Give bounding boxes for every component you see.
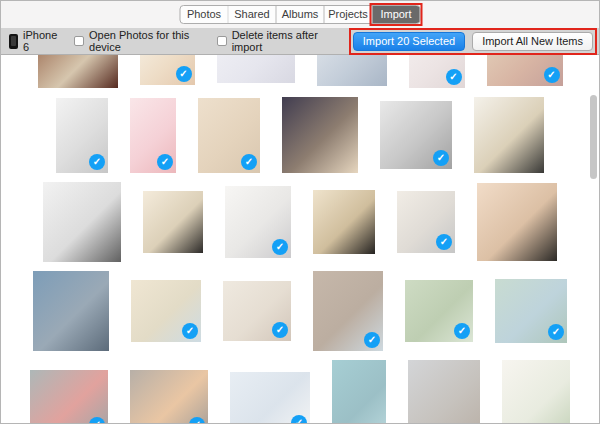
- photo-image: [502, 360, 570, 424]
- photo-couch-plant[interactable]: ✓: [502, 360, 570, 424]
- selected-check-icon: ✓: [241, 154, 257, 170]
- photo-city-bus[interactable]: ✓: [487, 55, 563, 86]
- photo-image: [130, 370, 208, 424]
- photo-bungee-jump[interactable]: ✓: [332, 360, 386, 424]
- device-name: iPhone 6: [23, 29, 64, 53]
- photo-row: ✓✓✓✓✓✓: [1, 360, 599, 424]
- photo-image: [313, 190, 375, 254]
- photo-movie-screen[interactable]: ✓: [223, 281, 291, 341]
- photo-fluffy-black-cat[interactable]: [143, 191, 203, 253]
- photo-forest-road[interactable]: ✓: [405, 280, 473, 342]
- import-toolbar: iPhone 6 Open Photos for this device Del…: [1, 28, 599, 55]
- scrollbar-thumb[interactable]: [590, 95, 597, 179]
- selected-check-icon: ✓: [454, 323, 470, 339]
- photo-mountain-couple[interactable]: ✓: [495, 279, 567, 343]
- photo-storefront[interactable]: [38, 55, 118, 88]
- open-photos-checkbox[interactable]: [74, 36, 84, 46]
- import-all-button[interactable]: Import All New Items: [472, 32, 593, 51]
- selected-check-icon: ✓: [182, 323, 198, 339]
- photo-cats-on-floor[interactable]: ✓: [198, 98, 260, 173]
- photo-food-plates[interactable]: ✓: [313, 271, 383, 351]
- photo-image: [217, 55, 295, 83]
- selected-check-icon: ✓: [272, 322, 288, 338]
- selected-check-icon: ✓: [548, 324, 564, 340]
- photo-rainbow-field[interactable]: ✓: [131, 280, 201, 342]
- photo-big-ben[interactable]: ✓: [408, 360, 480, 424]
- photo-bw-winter-tree[interactable]: ✓: [56, 98, 108, 173]
- selected-check-icon: ✓: [433, 150, 449, 166]
- photo-image: [282, 97, 358, 173]
- photo-row: ✓✓✓✓✓: [1, 271, 599, 351]
- selected-check-icon: ✓: [272, 239, 288, 255]
- delete-after-import-checkbox[interactable]: [217, 36, 227, 46]
- photo-warm-lights[interactable]: ✓: [140, 55, 195, 85]
- photo-cat-behind-bars[interactable]: ✓: [225, 186, 291, 258]
- photo-camping-tent[interactable]: ✓: [130, 370, 208, 424]
- tab-projects[interactable]: Projects: [325, 6, 373, 23]
- annotation-import-buttons: Import 20 Selected Import All New Items: [349, 28, 597, 55]
- photo-cat-in-blanket[interactable]: [282, 97, 358, 173]
- photo-cat-and-feet[interactable]: [477, 183, 557, 261]
- photo-pink-artwork[interactable]: ✓: [130, 98, 176, 173]
- selected-check-icon: ✓: [436, 234, 452, 250]
- photo-image: [30, 370, 108, 424]
- selected-check-icon: ✓: [446, 69, 462, 85]
- open-photos-label: Open Photos for this device: [89, 29, 217, 53]
- selected-check-icon: ✓: [364, 332, 380, 348]
- photo-grid: ✓✓✓✓✓✓✓✓✓✓✓✓✓✓✓✓✓✓✓✓: [1, 55, 599, 424]
- photo-black-cat-face[interactable]: ✓: [380, 101, 452, 169]
- photo-row: ✓✓✓: [1, 55, 599, 88]
- photo-winter-trees[interactable]: ✓: [409, 55, 465, 88]
- photo-image: [477, 183, 557, 261]
- photo-image: [33, 271, 109, 351]
- tab-import[interactable]: Import: [373, 6, 420, 23]
- import-selected-button[interactable]: Import 20 Selected: [353, 32, 465, 51]
- photo-row: ✓✓: [1, 182, 599, 262]
- photo-city-diptych[interactable]: ✓: [230, 372, 310, 424]
- selected-check-icon: ✓: [89, 154, 105, 170]
- selected-check-icon: ✓: [544, 67, 560, 83]
- photo-image: [474, 97, 544, 173]
- photo-red-phone-booths[interactable]: ✓: [30, 370, 108, 424]
- photo-image: [408, 360, 480, 424]
- photo-snow-field[interactable]: [317, 55, 387, 86]
- iphone-icon: [9, 34, 18, 49]
- photo-bed-frame[interactable]: [43, 182, 121, 262]
- selected-check-icon: ✓: [176, 66, 192, 82]
- delete-after-import-label: Delete items after import: [232, 29, 345, 53]
- selected-check-icon: ✓: [291, 415, 307, 424]
- photo-cat-looking-up[interactable]: [313, 190, 375, 254]
- tab-photos[interactable]: Photos: [181, 6, 229, 23]
- photo-row: ✓✓✓✓: [1, 97, 599, 173]
- tab-bar: Photos Shared Albums Projects Import: [1, 1, 599, 28]
- photo-image: [317, 55, 387, 86]
- photo-overexposed[interactable]: [217, 55, 295, 83]
- photo-image: [143, 191, 203, 253]
- selected-check-icon: ✓: [157, 154, 173, 170]
- photo-couple-seaside[interactable]: [33, 271, 109, 351]
- photo-two-cats[interactable]: ✓: [397, 191, 455, 253]
- photo-cat-standing[interactable]: [474, 97, 544, 173]
- photo-image: [38, 55, 118, 88]
- tab-import-label: Import: [380, 8, 411, 20]
- photo-image: [332, 360, 386, 424]
- photo-image: [43, 182, 121, 262]
- tab-shared[interactable]: Shared: [229, 6, 277, 23]
- tab-albums[interactable]: Albums: [277, 6, 325, 23]
- view-tabs: Photos Shared Albums Projects Import: [180, 5, 421, 24]
